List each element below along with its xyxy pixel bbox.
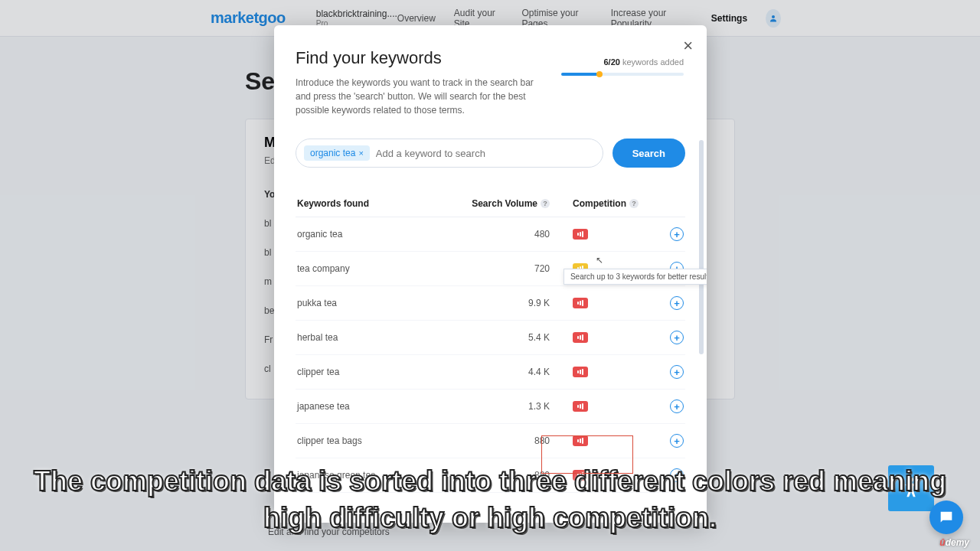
scrollbar-track[interactable]: [699, 140, 704, 515]
table-row: herbal tea5.4 K+: [296, 321, 685, 355]
table-header: Keywords found Search Volume? Competitio…: [296, 191, 685, 217]
cell-keyword: herbal tea: [297, 332, 466, 343]
progress-bar: [561, 73, 684, 76]
table-row: japanese tea1.3 K+: [296, 390, 685, 424]
competition-badge: [573, 332, 588, 343]
add-keyword-button[interactable]: +: [670, 227, 684, 241]
col-keywords: Keywords found: [297, 198, 466, 209]
cell-volume: 5.4 K: [466, 332, 550, 343]
keyword-chip[interactable]: organic tea ×: [304, 145, 370, 161]
close-icon[interactable]: ×: [683, 37, 693, 54]
info-icon[interactable]: ?: [541, 199, 550, 208]
keyword-search-box[interactable]: organic tea ×: [296, 139, 603, 168]
cell-keyword: japanese tea: [297, 401, 466, 412]
cell-keyword: organic tea: [297, 229, 466, 240]
cell-volume: 880: [466, 435, 550, 446]
cell-keyword: tea company: [297, 263, 466, 274]
cell-volume: 480: [466, 229, 550, 240]
cell-add: +: [634, 227, 684, 241]
cell-volume: 9.9 K: [466, 298, 550, 308]
keyword-search-input[interactable]: [376, 148, 595, 159]
udemy-watermark: ûdemy: [939, 537, 969, 548]
cell-add: +: [634, 365, 684, 379]
cell-add: +: [634, 296, 684, 310]
cell-add: +: [634, 434, 684, 448]
cell-keyword: pukka tea: [297, 298, 466, 308]
cell-keyword: clipper tea: [297, 367, 466, 377]
modal-description: Introduce the keywords you want to track…: [296, 76, 548, 117]
cell-competition: [550, 401, 634, 412]
highlight-rectangle: [541, 435, 633, 474]
cell-competition: [550, 298, 634, 308]
cell-competition: [550, 229, 634, 240]
find-keywords-modal: × Find your keywords Introduce the keywo…: [274, 25, 707, 523]
add-keyword-button[interactable]: +: [670, 434, 684, 448]
counter-value: 6/20: [603, 57, 619, 67]
table-row: clipper tea4.4 K+: [296, 355, 685, 390]
info-icon[interactable]: ?: [629, 199, 639, 208]
table-row: organic tea480+: [296, 217, 685, 252]
table-row: pukka tea9.9 K+: [296, 286, 685, 321]
competition-badge: [573, 401, 588, 412]
keywords-counter: 6/20keywords added: [561, 54, 684, 76]
add-keyword-button[interactable]: +: [670, 331, 684, 344]
cell-volume: 4.4 K: [466, 367, 550, 377]
add-keyword-button[interactable]: +: [670, 296, 684, 310]
cell-volume: 1.3 K: [466, 401, 550, 412]
competition-badge: [573, 367, 588, 377]
chip-remove-icon[interactable]: ×: [358, 148, 363, 158]
scrollbar-thumb[interactable]: [699, 140, 704, 354]
cell-volume: 720: [466, 263, 550, 274]
cell-keyword: clipper tea bags: [297, 435, 466, 446]
table-row: tea company720+Search up to 3 keywords f…: [296, 252, 685, 286]
search-button[interactable]: Search: [612, 139, 685, 168]
hint-tooltip: Search up to 3 keywords for better resul…: [564, 269, 707, 285]
chip-label: organic tea: [310, 148, 355, 158]
add-keyword-button[interactable]: +: [670, 399, 684, 413]
competition-badge: [573, 298, 588, 308]
competition-badge: [573, 229, 588, 240]
video-subtitle: The competition data is sorted into thre…: [0, 463, 980, 537]
counter-label: keywords added: [622, 57, 684, 67]
cell-add: +: [634, 331, 684, 344]
col-volume: Search Volume?: [466, 198, 550, 209]
col-competition: Competition?: [550, 198, 639, 209]
cell-competition: [550, 332, 634, 343]
cell-competition: [550, 367, 634, 377]
add-keyword-button[interactable]: +: [670, 365, 684, 379]
cell-add: +: [634, 399, 684, 413]
